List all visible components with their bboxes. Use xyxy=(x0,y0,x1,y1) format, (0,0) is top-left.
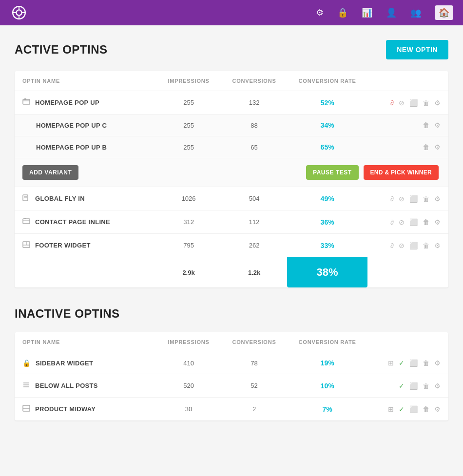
conversions-value: 52 xyxy=(221,374,287,398)
widget-icon xyxy=(22,241,30,250)
impressions-value: 255 xyxy=(156,91,222,114)
new-optin-button[interactable]: NEW OPTIN xyxy=(386,40,448,59)
optin-name-cell: GLOBAL FLY IN xyxy=(15,187,156,210)
optin-name-cell: PRODUCT MIDWAY xyxy=(15,398,156,421)
table-header-row: OPTIN NAME IMPRESSIONS CONVERSIONS CONVE… xyxy=(15,332,448,352)
pause-test-button[interactable]: PAUSE TEST xyxy=(306,165,358,180)
copy-icon[interactable]: ⬜ xyxy=(409,382,418,390)
table-row: 🔒 SIDEBAR WIDGET 410 78 19% ⊞ ✓ ⬜ xyxy=(15,352,448,374)
settings-icon[interactable]: ⚙ xyxy=(434,195,441,203)
top-navigation: ⚙ 🔒 📊 👤 👥 🏠 xyxy=(0,0,463,25)
settings-icon[interactable]: ⚙ xyxy=(434,382,441,390)
copy-icon[interactable]: ⬜ xyxy=(409,218,418,226)
settings-icon[interactable]: ⚙ xyxy=(434,242,441,249)
conversions-value: 112 xyxy=(221,210,287,234)
block-icon[interactable]: ⊘ xyxy=(399,195,405,203)
impressions-value: 255 xyxy=(156,136,222,158)
table-row: PRODUCT MIDWAY 30 2 7% ⊞ ✓ ⬜ 🗑 xyxy=(15,398,448,421)
impressions-value: 255 xyxy=(156,114,222,136)
header-impressions: IMPRESSIONS xyxy=(156,332,222,352)
fly-in-icon xyxy=(22,194,30,203)
end-pick-winner-button[interactable]: END & PICK WINNER xyxy=(364,165,439,180)
settings-icon[interactable]: ⚙ xyxy=(434,218,441,226)
copy-icon[interactable]: ⬜ xyxy=(409,99,418,107)
table-header-row: OPTIN NAME IMPRESSIONS CONVERSIONS CONVE… xyxy=(15,71,448,91)
delete-icon[interactable]: 🗑 xyxy=(423,218,429,226)
rate-value: 10% xyxy=(287,374,368,398)
activate-icon[interactable]: ✓ xyxy=(399,382,405,390)
delete-icon[interactable]: 🗑 xyxy=(423,405,429,413)
delete-icon[interactable]: 🗑 xyxy=(423,195,429,203)
copy-icon[interactable]: ⬜ xyxy=(409,242,418,249)
main-content: ACTIVE OPTINS NEW OPTIN OPTIN NAME IMPRE… xyxy=(0,25,463,476)
copy-icon[interactable]: ⬜ xyxy=(409,359,418,367)
settings-icon[interactable]: ⚙ xyxy=(434,121,441,129)
totals-actions xyxy=(367,257,448,288)
actions-cell: ✓ ⬜ 🗑 ⚙ xyxy=(367,374,448,398)
settings-icon[interactable]: ⚙ xyxy=(434,143,441,151)
table-row: GLOBAL FLY IN 1026 504 49% ∂ ⊘ ⬜ 🗑 ⚙ xyxy=(15,187,448,210)
totals-conversions: 1.2k xyxy=(221,257,287,288)
block-icon[interactable]: ⊘ xyxy=(399,99,405,107)
actions-cell: ∂ ⊘ ⬜ 🗑 ⚙ xyxy=(367,234,448,257)
settings-icon[interactable]: ⚙ xyxy=(434,405,441,413)
expand-icon[interactable]: ⊞ xyxy=(388,405,394,413)
optin-name-cell: BELOW ALL POSTS xyxy=(15,374,156,398)
svg-rect-6 xyxy=(23,99,30,104)
svg-point-1 xyxy=(16,10,21,15)
impressions-value: 312 xyxy=(156,210,222,234)
table-row: CONTACT PAGE INLINE 312 112 36% ∂ ⊘ ⬜ 🗑 … xyxy=(15,210,448,234)
copy-icon[interactable]: ⬜ xyxy=(409,195,418,203)
conversions-value: 262 xyxy=(221,234,287,257)
conversions-value: 65 xyxy=(221,136,287,158)
copy-icon[interactable]: ⬜ xyxy=(409,405,418,413)
midway-icon xyxy=(22,404,30,414)
share-icon[interactable]: ∂ xyxy=(390,99,394,107)
optin-name-cell: HOMEPAGE POP UP B xyxy=(15,136,156,158)
delete-icon[interactable]: 🗑 xyxy=(423,382,429,390)
optin-name: GLOBAL FLY IN xyxy=(35,195,85,202)
add-variant-button[interactable]: ADD VARIANT xyxy=(22,165,78,180)
delete-icon[interactable]: 🗑 xyxy=(423,242,429,249)
inactive-optins-title: INACTIVE OPTINS xyxy=(15,307,120,321)
header-actions xyxy=(367,332,448,352)
table-row: HOMEPAGE POP UP B 255 65 65% 🗑 ⚙ xyxy=(15,136,448,158)
impressions-value: 30 xyxy=(156,398,222,421)
activate-icon[interactable]: ✓ xyxy=(399,359,405,367)
share-icon[interactable]: ∂ xyxy=(390,242,394,249)
header-optin-name: OPTIN NAME xyxy=(15,332,156,352)
delete-icon[interactable]: 🗑 xyxy=(423,121,429,129)
impressions-value: 520 xyxy=(156,374,222,398)
delete-icon[interactable]: 🗑 xyxy=(423,359,429,367)
gear-icon[interactable]: ⚙ xyxy=(316,7,324,18)
add-variant-row: ADD VARIANT PAUSE TEST END & PICK WINNER xyxy=(15,158,448,187)
svg-rect-12 xyxy=(23,219,30,224)
optin-name: FOOTER WIDGET xyxy=(35,242,91,249)
share-icon[interactable]: ∂ xyxy=(390,218,394,226)
inactive-optins-table: OPTIN NAME IMPRESSIONS CONVERSIONS CONVE… xyxy=(15,332,448,420)
active-optins-table: OPTIN NAME IMPRESSIONS CONVERSIONS CONVE… xyxy=(15,71,448,287)
variant-controls-cell: PAUSE TEST END & PICK WINNER xyxy=(221,158,448,187)
rate-value: 36% xyxy=(287,210,368,234)
table-row: BELOW ALL POSTS 520 52 10% ✓ ⬜ 🗑 ⚙ xyxy=(15,374,448,398)
settings-icon[interactable]: ⚙ xyxy=(434,359,441,367)
conversions-value: 88 xyxy=(221,114,287,136)
app-logo[interactable] xyxy=(10,3,28,22)
users-icon[interactable]: 👥 xyxy=(410,7,421,18)
activate-icon[interactable]: ✓ xyxy=(399,405,405,413)
lock-icon[interactable]: 🔒 xyxy=(337,7,348,18)
block-icon[interactable]: ⊘ xyxy=(399,218,405,226)
home-icon[interactable]: 🏠 xyxy=(435,5,453,20)
conversions-value: 2 xyxy=(221,398,287,421)
svg-rect-14 xyxy=(24,218,26,219)
delete-icon[interactable]: 🗑 xyxy=(423,143,429,151)
settings-icon[interactable]: ⚙ xyxy=(434,99,441,107)
share-icon[interactable]: ∂ xyxy=(390,195,394,203)
list-icon xyxy=(22,381,30,390)
expand-icon[interactable]: ⊞ xyxy=(388,359,394,367)
actions-cell: 🗑 ⚙ xyxy=(367,136,448,158)
delete-icon[interactable]: 🗑 xyxy=(423,99,429,107)
user-circle-icon[interactable]: 👤 xyxy=(386,7,397,18)
chart-icon[interactable]: 📊 xyxy=(362,7,372,18)
block-icon[interactable]: ⊘ xyxy=(399,242,405,249)
